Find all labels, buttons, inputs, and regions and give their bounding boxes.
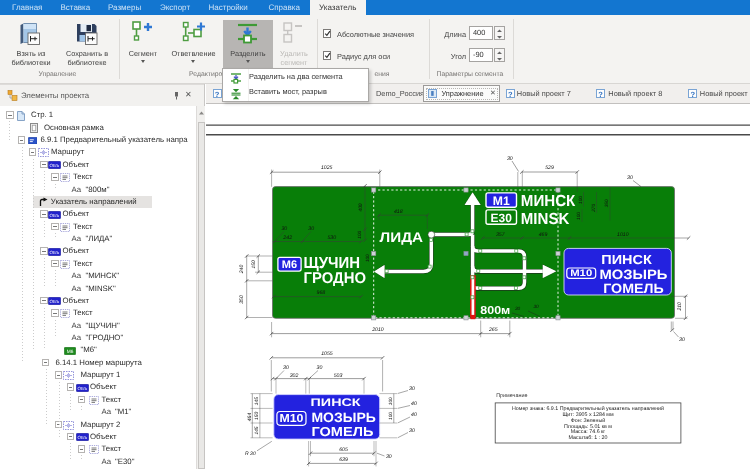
svg-text:265: 265 — [488, 327, 498, 333]
svg-text:302: 302 — [290, 373, 299, 379]
svg-text:ОБЪ: ОБЪ — [50, 250, 60, 255]
svg-text:30: 30 — [386, 454, 392, 460]
svg-text:464: 464 — [247, 413, 253, 422]
svg-text:30: 30 — [533, 304, 539, 309]
svg-text:145: 145 — [254, 397, 260, 405]
svg-text:469: 469 — [539, 232, 548, 238]
svg-text:210: 210 — [677, 302, 683, 312]
svg-text:М1: М1 — [493, 194, 510, 208]
svg-text:150: 150 — [254, 411, 260, 419]
svg-text:30: 30 — [283, 365, 289, 371]
svg-text:ГОМЕЛЬ: ГОМЕЛЬ — [603, 281, 664, 296]
svg-text:503: 503 — [334, 373, 343, 379]
svg-text:30: 30 — [409, 428, 415, 434]
svg-text:40: 40 — [411, 401, 417, 407]
svg-text:MINSK: MINSK — [521, 211, 570, 228]
svg-text:40: 40 — [411, 412, 417, 418]
svg-text:30: 30 — [627, 175, 633, 181]
svg-text:ГРОДНО: ГРОДНО — [304, 270, 367, 287]
svg-text:Примечание: Примечание — [496, 393, 527, 399]
svg-text:30: 30 — [308, 226, 314, 232]
svg-text:ОБЪ: ОБЪ — [50, 163, 60, 168]
svg-text:145: 145 — [254, 426, 260, 434]
svg-text:1055: 1055 — [321, 351, 333, 357]
svg-text:100: 100 — [388, 397, 393, 405]
svg-text:1025: 1025 — [321, 165, 333, 171]
svg-text:30: 30 — [507, 156, 513, 162]
svg-text:ГОМЕЛЬ: ГОМЕЛЬ — [311, 424, 373, 439]
svg-text:М6: М6 — [282, 259, 297, 271]
svg-text:1010: 1010 — [617, 232, 629, 238]
svg-text:Масштаб: 1 : 20: Масштаб: 1 : 20 — [569, 435, 608, 441]
svg-text:968: 968 — [317, 290, 326, 296]
svg-text:418: 418 — [394, 209, 403, 215]
svg-text:МИНСК: МИНСК — [521, 193, 576, 210]
svg-text:350: 350 — [605, 199, 610, 207]
svg-text:240: 240 — [239, 265, 245, 275]
svg-text:529: 529 — [545, 165, 554, 171]
svg-text:639: 639 — [339, 457, 348, 463]
svg-text:ОБЪ: ОБЪ — [50, 213, 60, 218]
svg-text:30: 30 — [679, 337, 685, 343]
svg-text:357: 357 — [496, 232, 506, 238]
svg-text:2010: 2010 — [371, 327, 384, 333]
svg-text:М6: М6 — [67, 349, 74, 355]
svg-text:ПИНСК: ПИНСК — [311, 397, 361, 409]
svg-text:150: 150 — [251, 260, 257, 268]
svg-text:400: 400 — [358, 203, 364, 211]
svg-text:100: 100 — [365, 254, 370, 262]
svg-text:100: 100 — [578, 196, 583, 204]
svg-text:30: 30 — [409, 386, 415, 392]
svg-text:R 30: R 30 — [245, 451, 256, 457]
svg-text:ЛИДА: ЛИДА — [380, 229, 424, 245]
svg-text:Е30: Е30 — [491, 211, 513, 225]
svg-text:ОБЪ: ОБЪ — [50, 299, 60, 304]
svg-text:100: 100 — [357, 231, 362, 239]
svg-text:270: 270 — [591, 204, 596, 213]
svg-text:ПИНСК: ПИНСК — [601, 252, 651, 267]
svg-text:М10: М10 — [279, 413, 303, 425]
svg-text:МОЗЫРЬ: МОЗЫРЬ — [311, 410, 376, 425]
svg-text:605: 605 — [339, 447, 348, 453]
svg-text:530: 530 — [327, 235, 336, 241]
svg-text:100: 100 — [388, 412, 393, 420]
svg-text:350: 350 — [239, 295, 245, 304]
svg-text:МОЗЫРЬ: МОЗЫРЬ — [600, 267, 668, 282]
svg-text:ОБЪ: ОБЪ — [77, 386, 87, 391]
svg-text:100: 100 — [576, 212, 581, 220]
svg-text:М10: М10 — [570, 268, 592, 279]
svg-text:30: 30 — [281, 226, 287, 232]
svg-text:800м: 800м — [480, 305, 510, 317]
svg-text:242: 242 — [282, 235, 292, 241]
svg-text:30: 30 — [515, 306, 521, 311]
svg-text:ОБЪ: ОБЪ — [77, 435, 87, 440]
svg-text:30: 30 — [317, 365, 323, 371]
